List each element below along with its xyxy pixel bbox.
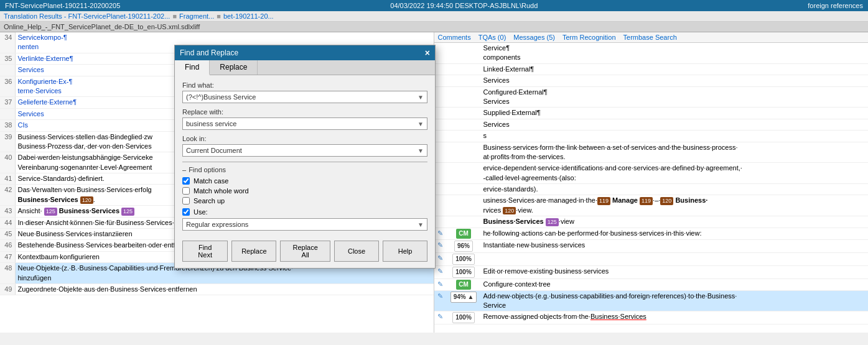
dialog-overlay: Find and Replace × Find Replace Find wha… [0, 32, 868, 333]
replace-with-label: Replace with: [182, 108, 427, 116]
find-options-header: – Find options [182, 166, 427, 173]
use-section: Use: Regular expressions ▼ [182, 208, 427, 231]
title-bar: FNT-ServicePlanet-190211-20200205 04/03/… [0, 0, 868, 11]
replace-with-input[interactable]: business service ▼ [182, 117, 427, 130]
use-checkbox[interactable] [182, 208, 190, 216]
find-what-input[interactable]: (?<!^)Business Service ▼ [182, 91, 427, 103]
match-case-checkbox[interactable] [182, 177, 190, 185]
tab-find[interactable]: Find [175, 60, 210, 75]
use-dropdown[interactable]: Regular expressions ▼ [182, 218, 427, 231]
tab-replace[interactable]: Replace [210, 60, 258, 75]
look-in-label: Look in: [182, 135, 427, 142]
dialog-title-bar: Find and Replace × [175, 45, 435, 60]
title-left: FNT-ServicePlanet-190211-20200205 [5, 2, 120, 9]
toolbar-sep2: ■ [217, 12, 221, 20]
use-value: Regular expressions [186, 221, 248, 228]
collapse-icon[interactable]: – [182, 166, 186, 173]
use-dropdown-arrow[interactable]: ▼ [418, 221, 424, 228]
match-whole-word-row: Match whole word [182, 187, 427, 195]
match-whole-word-label: Match whole word [194, 187, 249, 195]
replace-with-value: business service [186, 120, 236, 127]
find-options-section: – Find options Match case Match whole wo… [182, 162, 427, 231]
replace-all-button[interactable]: Replace All [280, 241, 330, 262]
find-what-label: Find what: [182, 81, 427, 89]
toolbar-sep: ■ [172, 12, 177, 20]
main-area: 34 Servicekompo-¶nenten 35 Verlinkte·Ext… [0, 32, 868, 333]
dialog-close-button[interactable]: × [425, 48, 430, 58]
search-up-checkbox[interactable] [182, 197, 190, 205]
title-right: foreign references [808, 2, 863, 9]
toolbar: Translation Results - FNT-ServicePlanet-… [0, 11, 868, 22]
dialog-buttons: Find Next Replace Replace All Close Help [175, 237, 435, 268]
match-whole-word-checkbox[interactable] [182, 187, 190, 195]
dialog-body: Find what: (?<!^)Business Service ▼ Repl… [175, 75, 435, 237]
toolbar-item-3[interactable]: bet-190211-20... [223, 12, 274, 20]
use-label: Use: [194, 208, 208, 216]
replace-button[interactable]: Replace [231, 241, 276, 262]
title-center: 04/03/2022 19:44:50 DESKTOP-ASJBLNL\Rudd [390, 2, 538, 9]
use-row: Use: [182, 208, 427, 216]
look-in-input[interactable]: Current Document ▼ [182, 144, 427, 157]
tab-bar: Online_Help_-_FNT_ServicePlanet_de-DE_to… [0, 22, 868, 32]
find-what-value: (?<!^)Business Service [186, 93, 256, 101]
find-next-button[interactable]: Find Next [182, 241, 228, 262]
find-what-dropdown-arrow[interactable]: ▼ [418, 94, 424, 101]
find-what-row: Find what: (?<!^)Business Service ▼ [182, 81, 427, 103]
look-in-dropdown-arrow[interactable]: ▼ [418, 147, 424, 154]
close-button[interactable]: Close [334, 241, 379, 262]
dialog-tabs: Find Replace [175, 60, 435, 75]
look-in-row: Look in: Current Document ▼ [182, 135, 427, 157]
match-case-label: Match case [194, 177, 228, 185]
toolbar-fragment[interactable]: Fragment... [179, 12, 214, 20]
replace-with-row: Replace with: business service ▼ [182, 108, 427, 130]
replace-with-dropdown-arrow[interactable]: ▼ [418, 121, 424, 127]
main-tab[interactable]: Online_Help_-_FNT_ServicePlanet_de-DE_to… [4, 23, 200, 30]
dialog-title: Find and Replace [180, 48, 238, 57]
toolbar-item-1[interactable]: Translation Results - FNT-ServicePlanet-… [4, 12, 170, 20]
help-button[interactable]: Help [383, 241, 427, 262]
match-case-row: Match case [182, 177, 427, 185]
search-up-row: Search up [182, 197, 427, 205]
look-in-value: Current Document [186, 147, 242, 154]
search-up-label: Search up [194, 197, 225, 205]
find-replace-dialog: Find and Replace × Find Replace Find wha… [174, 45, 436, 269]
